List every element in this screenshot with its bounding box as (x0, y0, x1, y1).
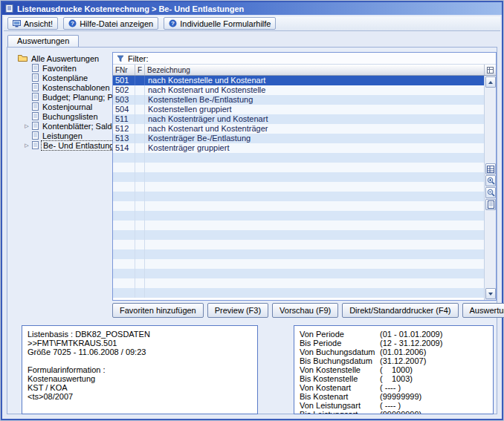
tree-item-buchungslisten[interactable]: Buchungslisten (24, 111, 113, 121)
button-label: Direkt/Standarddrucker (F4) (349, 306, 450, 315)
tree-item-favoriten[interactable]: Favoriten (24, 63, 113, 73)
tree-item-budget-planung-prognose[interactable]: Budget; Planung; Prognose (24, 92, 113, 102)
zoom-out-button[interactable] (485, 187, 496, 198)
tab-strip: Auswertungen (7, 35, 79, 47)
filter-bar: Filter: (113, 53, 496, 65)
cell-fnr (113, 153, 135, 163)
toolbar: Ansicht!?Hilfe-Datei anzeigen?Individuel… (4, 16, 500, 31)
toolbar-button-individuelle-formularhilfe[interactable]: ?Individuelle Formularhilfe (164, 17, 276, 30)
cell-f (135, 211, 145, 221)
expand-arrow-icon[interactable]: ▷ (24, 123, 30, 129)
column-header-label: FNr (115, 66, 128, 74)
button-favoriten-hinzuf-gen[interactable]: Favoriten hinzufügen (112, 303, 204, 318)
button-auswertung-drucken[interactable]: Auswertung drucken (462, 303, 504, 318)
page-button[interactable] (485, 199, 496, 210)
cell-bezeichnung (145, 211, 485, 221)
button-label: Preview (F3) (215, 306, 261, 315)
button-vorschau-f9[interactable]: Vorschau (F9) (272, 303, 338, 318)
table-row[interactable]: 503Kostenstellen Be-/Entlastung (113, 95, 485, 105)
toolbar-button-ansicht[interactable]: Ansicht! (7, 17, 58, 30)
cell-f (135, 124, 145, 134)
parameter-value: (99999999) (380, 392, 421, 401)
column-options-button[interactable] (485, 65, 496, 75)
cell-fnr (113, 278, 135, 288)
info-line: <ts>08/2007 (28, 392, 252, 401)
scroll-down-button[interactable] (485, 288, 496, 299)
cell-f (135, 76, 145, 85)
tree-item-kostenpl-ne[interactable]: Kostenpläne (24, 73, 113, 82)
cell-bezeichnung (145, 249, 485, 259)
button-direkt-standarddrucker-f4[interactable]: Direkt/Standarddrucker (F4) (342, 303, 458, 318)
grid-button[interactable] (485, 163, 496, 174)
table-row[interactable]: 502nach Kostenart und Kostenstelle (113, 85, 485, 95)
parameter-row: Bis Periode(12 - 31.12.2009) (300, 339, 488, 347)
tree-item-kontenbl-tter-saldenlisten[interactable]: ▷Kontenblätter; Saldenlisten (24, 121, 113, 131)
table-row[interactable]: 514Kostenträger gruppiert (113, 143, 485, 153)
cell-bezeichnung (145, 269, 485, 278)
cell-f (135, 153, 145, 163)
cell-f (135, 95, 145, 105)
cell-f (135, 105, 145, 114)
parameter-row: Von Buchungsdatum(01.01.2006) (300, 347, 488, 356)
tree-item-be-und-entlastungen[interactable]: ▷Be- Und Entlastungen (24, 140, 113, 150)
table-empty-row (113, 249, 485, 259)
table-empty-row (113, 182, 485, 192)
table-row[interactable]: 513Kostenträger Be-/Entlastung (113, 134, 485, 143)
parameter-value: ( 1003) (380, 374, 413, 383)
column-header-f[interactable]: F (135, 65, 145, 75)
zoom-in-button[interactable] (485, 175, 496, 186)
parameter-row: Von Leistungsart( ---- ) (300, 401, 488, 410)
tree-item-alle-auswertungen[interactable]: Alle Auswertungen (18, 53, 113, 63)
parameter-value: (01.01.2006) (380, 347, 426, 356)
column-header-fnr[interactable]: FNr (113, 65, 135, 75)
cell-bezeichnung (145, 201, 485, 211)
table-empty-row (113, 230, 485, 240)
cell-fnr: 501 (113, 76, 135, 85)
cell-fnr: 511 (113, 114, 135, 124)
cell-bezeichnung (145, 288, 485, 298)
toolbar-button-label: Ansicht! (24, 19, 53, 28)
parameter-value: (99999999) (380, 410, 421, 414)
table-row[interactable]: 504Kostenstellen gruppiert (113, 105, 485, 114)
table-row[interactable]: 511nach Kostenträger und Kostenart (113, 114, 485, 124)
table-row[interactable]: 512nach Kostenart und Kostenträger (113, 124, 485, 134)
parameter-row: Bis Kostenstelle( 1003) (300, 374, 488, 383)
filter-icon (117, 55, 124, 62)
grid-body: 501nach Kostenstelle und Kostenart502nac… (113, 76, 485, 300)
info-line: Kostenauswertung (28, 374, 252, 383)
tree-item-label: Alle Auswertungen (30, 54, 100, 63)
tree-item-label: Favoriten (41, 64, 78, 73)
cell-fnr (113, 288, 135, 298)
tree-item-kostenschablonen[interactable]: Kostenschablonen (24, 82, 113, 92)
cell-fnr: 504 (113, 105, 135, 114)
expand-arrow-icon[interactable]: ▷ (24, 143, 30, 149)
tree-item-leistungen[interactable]: Leistungen (24, 131, 113, 140)
cell-fnr: 502 (113, 85, 135, 95)
cell-bezeichnung: Kostenträger Be-/Entlastung (145, 134, 485, 143)
tree-item-kostenjournal[interactable]: Kostenjournal (24, 102, 113, 111)
svg-text:?: ? (71, 20, 74, 27)
view-icon (13, 19, 21, 27)
document-icon (32, 102, 39, 111)
toolbar-button-hilfe-datei-anzeigen[interactable]: ?Hilfe-Datei anzeigen (63, 17, 158, 30)
folder-icon (18, 54, 28, 62)
column-header-bezeichnung[interactable]: Bezeichnung (145, 65, 485, 75)
document-icon (32, 74, 39, 82)
parameter-label: Von Periode (300, 330, 380, 339)
cell-fnr (113, 211, 135, 221)
table-empty-row (113, 163, 485, 172)
vertical-scrollbar[interactable] (484, 76, 496, 300)
up-arrow-icon (488, 81, 493, 84)
cell-fnr: 512 (113, 124, 135, 134)
tree-item-label: Kostenschablonen (41, 83, 112, 92)
table-empty-row (113, 269, 485, 278)
cell-bezeichnung (145, 278, 485, 288)
scroll-up-button[interactable] (485, 76, 496, 88)
table-row[interactable]: 501nach Kostenstelle und Kostenart (113, 76, 485, 85)
cell-f (135, 221, 145, 230)
tab-auswertungen[interactable]: Auswertungen (7, 35, 79, 47)
document-icon (32, 131, 39, 140)
table-empty-row (113, 153, 485, 163)
grid-icon (487, 166, 494, 173)
button-preview-f3[interactable]: Preview (F3) (207, 303, 268, 318)
